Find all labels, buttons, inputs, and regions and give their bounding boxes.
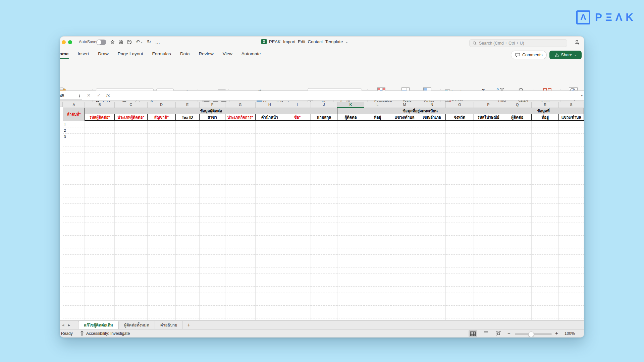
cell[interactable] [147,185,175,191]
cell[interactable] [311,261,337,267]
cell[interactable] [532,153,559,159]
cell[interactable] [418,306,445,312]
cell[interactable] [255,159,284,166]
cell[interactable] [532,255,559,261]
column-header-J[interactable]: J [311,102,337,108]
column-header-F[interactable]: F [199,102,225,108]
cell[interactable] [445,236,474,242]
sheet-tab-1[interactable]: ผู้ติดต่อทั้งหมด [119,321,155,329]
ribbon-tab-formulas[interactable]: Formulas [152,51,171,56]
cell[interactable] [63,299,85,306]
cell[interactable] [559,299,584,306]
cell[interactable] [445,197,474,204]
cell[interactable] [311,146,337,153]
cell[interactable] [364,267,391,274]
cell[interactable] [474,274,503,280]
column-header-O[interactable]: O [445,102,474,108]
cell[interactable] [85,248,114,255]
cell[interactable] [284,229,311,236]
cell[interactable] [147,217,175,223]
cell[interactable] [364,217,391,223]
cell[interactable] [147,280,175,287]
cell[interactable] [147,121,175,127]
cell[interactable] [311,287,337,293]
cell[interactable] [559,159,584,166]
cell[interactable] [114,134,147,140]
cell[interactable] [199,280,225,287]
cell[interactable] [63,197,85,204]
cell[interactable] [474,159,503,166]
cell[interactable] [445,255,474,261]
cell[interactable] [85,197,114,204]
column-header-I[interactable]: I [284,102,311,108]
cell[interactable] [311,197,337,204]
cell[interactable] [225,204,255,210]
cell[interactable] [559,166,584,172]
cell[interactable] [63,236,85,242]
cell[interactable] [474,153,503,159]
cell[interactable] [114,191,147,197]
cell[interactable] [199,274,225,280]
cell[interactable] [311,159,337,166]
cell[interactable] [284,255,311,261]
column-header-H[interactable]: H [255,102,284,108]
cell[interactable] [503,267,532,274]
cell[interactable] [311,306,337,312]
cell[interactable] [85,172,114,178]
cell[interactable] [337,229,364,236]
cell[interactable] [175,280,199,287]
cell[interactable] [255,166,284,172]
cell[interactable] [284,159,311,166]
cell[interactable] [532,287,559,293]
cell[interactable] [559,274,584,280]
cell[interactable] [114,255,147,261]
cell[interactable] [85,127,114,134]
cell[interactable] [337,318,364,320]
cell[interactable] [337,134,364,140]
cell[interactable] [85,287,114,293]
cell[interactable] [391,140,418,146]
cell[interactable] [474,261,503,267]
ribbon-tab-insert[interactable]: Insert [78,51,89,56]
cell[interactable] [445,223,474,229]
cell[interactable] [147,178,175,185]
cell[interactable] [364,261,391,267]
cell[interactable] [284,191,311,197]
zoom-in-icon[interactable]: + [555,330,558,336]
cell[interactable]: 3 [63,134,85,140]
cell[interactable] [175,255,199,261]
cell[interactable] [255,197,284,204]
cell[interactable] [175,178,199,185]
cell[interactable] [418,267,445,274]
cell[interactable] [147,274,175,280]
cell[interactable] [364,293,391,299]
cell[interactable] [445,191,474,197]
cell[interactable] [445,280,474,287]
cell[interactable] [255,312,284,318]
cell[interactable] [391,217,418,223]
column-header-P[interactable]: P [474,102,503,108]
cell[interactable] [85,242,114,248]
cell[interactable] [63,159,85,166]
cell[interactable] [559,236,584,242]
enter-icon[interactable]: ✓ [97,93,101,98]
cell[interactable] [311,223,337,229]
cell[interactable] [503,287,532,293]
cell[interactable] [255,134,284,140]
cell[interactable] [337,204,364,210]
cell[interactable] [199,140,225,146]
cell[interactable] [284,280,311,287]
cell[interactable] [225,261,255,267]
cell[interactable] [337,127,364,134]
cell[interactable] [503,127,532,134]
cell[interactable] [85,229,114,236]
cell[interactable] [503,318,532,320]
cell[interactable] [532,242,559,248]
cell[interactable] [63,178,85,185]
field-header-0[interactable]: รหัสผู้ติดต่อ* [85,114,114,121]
cell[interactable] [85,134,114,140]
column-header-G[interactable]: G [225,102,255,108]
cell[interactable] [311,210,337,217]
cell[interactable] [311,121,337,127]
cell[interactable] [559,255,584,261]
